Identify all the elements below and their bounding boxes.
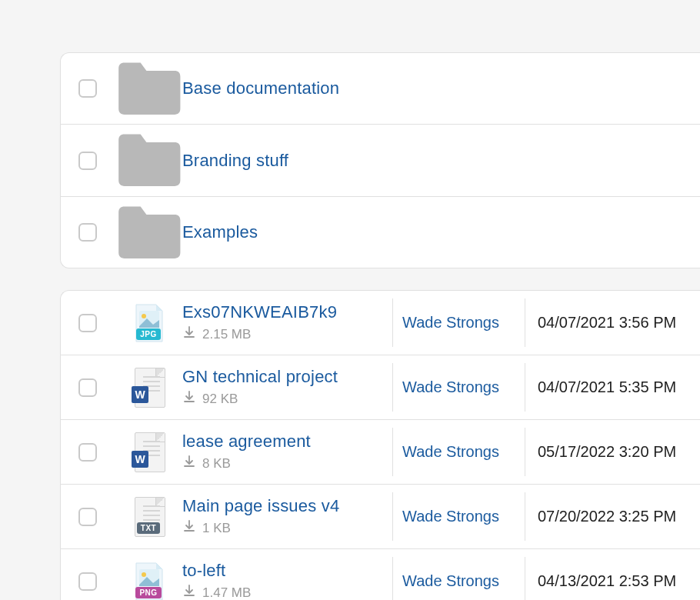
file-name-cell: lease agreement8 KB xyxy=(182,432,392,472)
checkbox[interactable] xyxy=(78,79,97,98)
file-row[interactable]: Wlease agreement8 KBWade Strongs05/17/20… xyxy=(61,420,700,485)
file-type-icon: W xyxy=(115,368,182,408)
checkbox-cell xyxy=(61,508,115,526)
file-date: 04/07/2021 5:35 PM xyxy=(525,363,700,412)
download-icon[interactable] xyxy=(182,519,196,537)
download-icon[interactable] xyxy=(182,455,196,472)
file-name-cell: GN technical project92 KB xyxy=(182,367,392,408)
file-author[interactable]: Wade Strongs xyxy=(392,428,525,476)
file-name-cell: Exs07NKWEAIB7k92.15 MB xyxy=(182,302,392,343)
folder-row[interactable]: Branding stuff xyxy=(61,125,700,196)
checkbox[interactable] xyxy=(78,314,97,332)
file-author[interactable]: Wade Strongs xyxy=(392,298,525,347)
file-row[interactable]: JPGExs07NKWEAIB7k92.15 MBWade Strongs04/… xyxy=(61,291,700,355)
file-name[interactable]: to-left xyxy=(182,561,380,581)
file-size: 2.15 MB xyxy=(202,327,251,342)
png-icon: PNG xyxy=(135,587,161,598)
folder-icon xyxy=(115,61,182,116)
file-date: 05/17/2022 3:20 PM xyxy=(525,428,700,476)
checkbox[interactable] xyxy=(78,223,97,242)
svg-point-1 xyxy=(142,314,146,318)
file-date: 07/20/2022 3:25 PM xyxy=(525,492,700,541)
jpg-icon: JPG xyxy=(136,328,161,340)
txt-icon: TXT xyxy=(137,522,160,534)
folder-name[interactable]: Branding stuff xyxy=(182,151,288,170)
checkbox-cell xyxy=(61,572,115,591)
file-row[interactable]: TXTMain page issues v41 KBWade Strongs07… xyxy=(61,485,700,549)
word-icon: W xyxy=(132,451,148,468)
file-name[interactable]: GN technical project xyxy=(182,367,380,387)
download-icon[interactable] xyxy=(182,325,196,343)
file-row[interactable]: WGN technical project92 KBWade Strongs04… xyxy=(61,355,700,420)
svg-point-3 xyxy=(142,572,146,577)
file-size: 8 KB xyxy=(202,456,231,472)
checkbox[interactable] xyxy=(78,152,97,170)
file-row[interactable]: PNGto-left1.47 MBWade Strongs04/13/2021 … xyxy=(61,549,700,600)
checkbox[interactable] xyxy=(78,378,97,397)
checkbox-cell xyxy=(61,152,115,170)
file-date: 04/07/2021 3:56 PM xyxy=(525,298,700,347)
checkbox-cell xyxy=(61,79,115,98)
file-author[interactable]: Wade Strongs xyxy=(392,492,525,541)
folder-icon xyxy=(115,132,182,188)
file-author[interactable]: Wade Strongs xyxy=(392,363,525,412)
checkbox-cell xyxy=(61,314,115,332)
file-size: 1.47 MB xyxy=(202,585,251,600)
file-name[interactable]: lease agreement xyxy=(182,432,380,452)
file-date: 04/13/2021 2:53 PM xyxy=(525,557,700,600)
file-size: 92 KB xyxy=(202,392,238,407)
download-icon[interactable] xyxy=(182,390,196,408)
file-author[interactable]: Wade Strongs xyxy=(392,557,525,600)
file-name-cell: to-left1.47 MB xyxy=(182,561,392,600)
download-icon[interactable] xyxy=(182,584,196,600)
files-list: JPGExs07NKWEAIB7k92.15 MBWade Strongs04/… xyxy=(60,290,700,600)
folder-row[interactable]: Examples xyxy=(61,197,700,268)
folder-icon xyxy=(115,205,182,260)
folder-name[interactable]: Base documentation xyxy=(182,78,339,98)
folder-row[interactable]: Base documentation xyxy=(61,53,700,125)
file-type-icon: JPG xyxy=(115,303,182,343)
checkbox[interactable] xyxy=(78,572,97,591)
file-type-icon: PNG xyxy=(115,562,182,600)
file-name-cell: Main page issues v41 KB xyxy=(182,496,392,537)
checkbox[interactable] xyxy=(78,508,97,526)
checkbox-cell xyxy=(61,443,115,462)
file-name[interactable]: Exs07NKWEAIB7k9 xyxy=(182,302,380,322)
file-type-icon: W xyxy=(115,432,182,472)
file-type-icon: TXT xyxy=(115,497,182,537)
folders-list: Base documentationBranding stuffExamples xyxy=(60,52,700,268)
file-size: 1 KB xyxy=(202,521,231,536)
word-icon: W xyxy=(132,386,148,403)
checkbox-cell xyxy=(61,378,115,397)
file-name[interactable]: Main page issues v4 xyxy=(182,496,380,516)
checkbox[interactable] xyxy=(78,443,97,462)
checkbox-cell xyxy=(61,223,115,242)
folder-name[interactable]: Examples xyxy=(182,222,258,242)
